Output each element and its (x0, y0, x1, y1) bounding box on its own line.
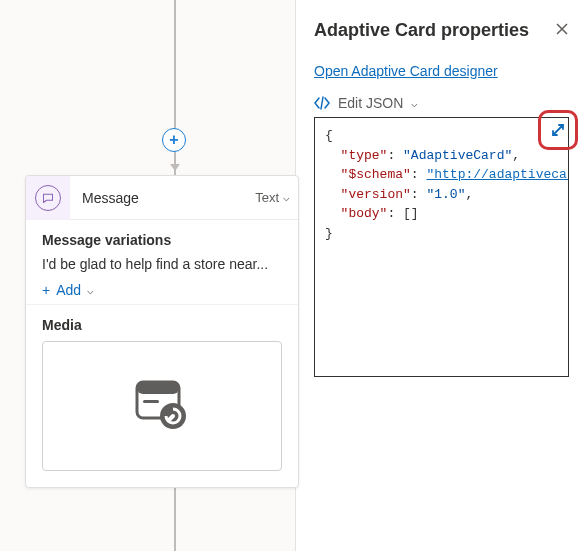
media-placeholder[interactable] (42, 341, 282, 471)
message-node-card[interactable]: Message Text ⌵ Message variations I'd be… (25, 175, 299, 488)
variations-section: Message variations I'd be glad to help f… (26, 220, 298, 304)
media-section: Media (26, 304, 298, 487)
edit-json-toggle[interactable]: Edit JSON ⌵ (314, 95, 569, 111)
variations-title: Message variations (42, 232, 282, 248)
plus-icon: + (169, 131, 178, 149)
media-card-icon (131, 378, 193, 434)
add-label: Add (56, 282, 81, 298)
card-icon-container (26, 176, 70, 220)
panel-title: Adaptive Card properties (314, 20, 529, 41)
close-button[interactable] (555, 22, 569, 39)
arrow-down-icon (169, 160, 181, 172)
expand-editor-button[interactable] (546, 118, 570, 142)
svg-rect-2 (143, 400, 159, 403)
panel-header: Adaptive Card properties (314, 20, 569, 41)
card-type-label: Text (255, 190, 279, 205)
card-header: Message Text ⌵ (26, 176, 298, 220)
card-type-dropdown[interactable]: Text ⌵ (255, 190, 298, 205)
message-icon (35, 185, 61, 211)
code-icon (314, 96, 330, 110)
json-editor[interactable]: { "type": "AdaptiveCard", "$schema": "ht… (314, 117, 569, 377)
add-variation-button[interactable]: + Add ⌵ (42, 282, 94, 298)
flow-canvas: + Message Text ⌵ Message variations I'd … (0, 0, 297, 551)
edit-json-label: Edit JSON (338, 95, 403, 111)
open-designer-link[interactable]: Open Adaptive Card designer (314, 63, 498, 79)
chevron-down-icon: ⌵ (411, 97, 418, 110)
expand-icon (549, 121, 567, 139)
chevron-down-icon: ⌵ (283, 191, 290, 204)
add-step-button[interactable]: + (162, 128, 186, 152)
properties-panel: Adaptive Card properties Open Adaptive C… (295, 0, 587, 551)
chevron-down-icon: ⌵ (87, 284, 94, 297)
variation-item[interactable]: I'd be glad to help find a store near... (42, 256, 282, 272)
close-icon (555, 22, 569, 36)
media-title: Media (42, 317, 282, 333)
plus-icon: + (42, 282, 50, 298)
svg-rect-1 (137, 382, 179, 394)
card-title: Message (70, 190, 255, 206)
